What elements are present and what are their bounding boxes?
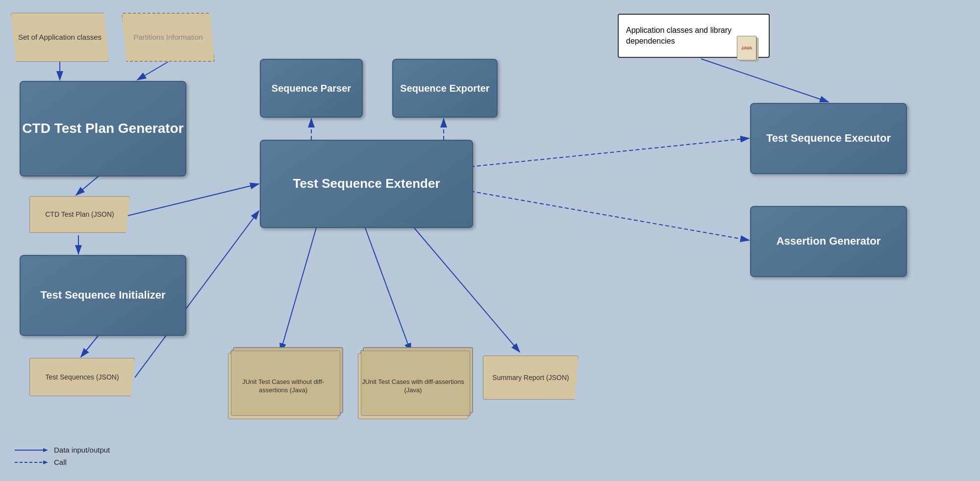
- test-sequence-executor: Test Sequence Executor: [750, 103, 907, 174]
- svg-line-15: [471, 191, 749, 240]
- junit-with-diff-assertions: JUnit Test Cases with diff-assertions (J…: [358, 353, 468, 419]
- svg-line-7: [81, 336, 98, 357]
- test-sequence-extender: Test Sequence Extender: [260, 140, 473, 228]
- svg-line-11: [280, 228, 316, 352]
- svg-line-14: [471, 138, 749, 167]
- summary-report-json: Summary Report (JSON): [483, 355, 578, 400]
- app-classes-library-dependencies: Application classes and library dependen…: [618, 14, 770, 58]
- svg-line-6: [127, 184, 259, 216]
- svg-line-13: [414, 228, 520, 352]
- ctd-test-plan-generator: CTD Test Plan Generator: [20, 81, 186, 177]
- legend-dashed-label: Call: [54, 458, 67, 466]
- svg-line-4: [76, 177, 98, 195]
- legend-solid-arrow: [15, 447, 49, 454]
- svg-marker-18: [43, 448, 48, 452]
- legend-solid-label: Data input/output: [54, 446, 110, 454]
- legend-dashed-item: Call: [15, 458, 110, 466]
- svg-line-3: [137, 62, 168, 80]
- sequence-exporter: Sequence Exporter: [392, 59, 498, 118]
- junit-without-diff-assertions: JUnit Test Cases without diff-assertions…: [228, 353, 338, 419]
- assertion-generator: Assertion Generator: [750, 206, 907, 277]
- legend: Data input/output Call: [15, 446, 110, 466]
- legend-solid-item: Data input/output: [15, 446, 110, 454]
- ctd-test-plan-json: CTD Test Plan (JSON): [29, 196, 130, 233]
- partitions-information: Partitions Information: [122, 13, 215, 62]
- test-sequences-json: Test Sequences (JSON): [29, 358, 135, 396]
- diagram-container: Set of Application classes Partitions In…: [0, 0, 980, 481]
- set-of-application-classes: Set of Application classes: [11, 13, 109, 62]
- test-sequence-initializer: Test Sequence Initializer: [20, 255, 186, 336]
- svg-line-16: [701, 59, 829, 102]
- legend-dashed-arrow: [15, 459, 49, 466]
- svg-line-12: [365, 228, 411, 352]
- svg-marker-20: [43, 460, 48, 464]
- sequence-parser: Sequence Parser: [260, 59, 363, 118]
